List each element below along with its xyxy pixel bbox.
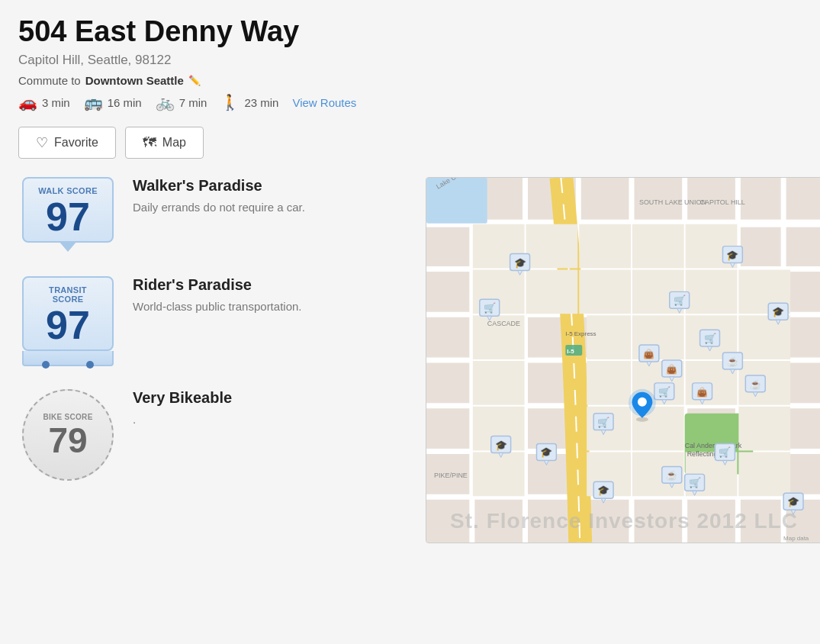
transit-score-value: 97 (37, 305, 98, 345)
svg-rect-18 (526, 224, 578, 269)
svg-text:🎓: 🎓 (726, 250, 739, 262)
svg-text:I-5 Express: I-5 Express (565, 330, 596, 337)
commute-destination: Downtown Seattle (85, 74, 184, 87)
svg-text:🎓: 🎓 (597, 485, 610, 497)
svg-rect-24 (579, 269, 631, 314)
svg-text:👜: 👜 (666, 363, 677, 375)
svg-text:I-5: I-5 (567, 348, 574, 355)
transit-score-desc: World-class public transportation. (133, 298, 407, 316)
commute-line: Commute to Downtown Seattle ✏️ (18, 74, 802, 87)
svg-text:🛒: 🛒 (658, 386, 671, 398)
svg-rect-19 (579, 224, 631, 269)
main-content: Walk Score 97 Walker's Paradise Daily er… (18, 177, 802, 543)
walk-score-text: Walker's Paradise Daily errands do not r… (133, 177, 407, 217)
map-section: Lake Union Park SOUTH LAKE UNION CAPITOL… (426, 177, 820, 543)
map-button[interactable]: 🗺 Map (125, 127, 204, 159)
transit-score-text: Rider's Paradise World-class public tran… (133, 276, 407, 316)
walk-icon: 🚶 (220, 93, 240, 111)
svg-text:🛒: 🛒 (719, 446, 732, 459)
svg-text:PIKE/PINE: PIKE/PINE (434, 472, 468, 479)
transport-line: 🚗 3 min 🚌 16 min 🚲 7 min 🚶 23 min View R… (18, 93, 802, 111)
svg-text:☕: ☕ (666, 469, 677, 481)
walk-score-value: 97 (37, 197, 98, 237)
drive-time: 3 min (42, 96, 70, 109)
svg-text:🛒: 🛒 (674, 295, 687, 307)
transport-walk: 🚶 23 min (220, 93, 278, 111)
svg-text:🛒: 🛒 (689, 477, 702, 489)
map-svg: Lake Union Park SOUTH LAKE UNION CAPITOL… (426, 178, 820, 543)
svg-text:🎓: 🎓 (514, 257, 527, 269)
svg-text:Map data: Map data (783, 535, 809, 542)
bus-wheel-right (86, 361, 94, 369)
svg-text:🎓: 🎓 (772, 306, 785, 318)
svg-text:👜: 👜 (696, 386, 708, 398)
svg-rect-41 (738, 407, 790, 451)
walk-time: 23 min (244, 96, 278, 109)
transit-score-badge: Transit Score 97 (18, 276, 117, 366)
svg-text:👜: 👜 (643, 348, 654, 359)
svg-text:CAPITOL HILL: CAPITOL HILL (700, 198, 745, 206)
bus-wheel-left (42, 361, 50, 369)
svg-text:🛒: 🛒 (484, 302, 497, 314)
svg-text:🛒: 🛒 (704, 333, 717, 345)
transport-drive: 🚗 3 min (18, 93, 70, 111)
action-buttons: ♡ Favorite 🗺 Map (18, 127, 802, 159)
commute-label: Commute to (18, 74, 81, 87)
map-label: Map (162, 136, 186, 150)
svg-text:☕: ☕ (727, 356, 738, 367)
svg-rect-42 (473, 452, 525, 496)
svg-rect-46 (738, 452, 790, 496)
svg-text:🛒: 🛒 (597, 417, 610, 429)
transit-time: 16 min (108, 96, 142, 109)
heart-icon: ♡ (36, 134, 48, 151)
bike-score-desc: . (133, 411, 407, 429)
svg-rect-20 (632, 224, 684, 269)
map-icon: 🗺 (143, 135, 156, 151)
svg-text:🎓: 🎓 (495, 440, 508, 452)
bike-score-title: Very Bikeable (133, 389, 407, 407)
svg-text:🎓: 🎓 (540, 446, 553, 459)
svg-text:SOUTH LAKE UNION: SOUTH LAKE UNION (639, 198, 706, 206)
walk-score-row: Walk Score 97 Walker's Paradise Daily er… (18, 177, 407, 253)
svg-rect-33 (473, 361, 525, 405)
bus-icon: 🚌 (84, 93, 103, 111)
transit-score-row: Transit Score 97 Rider's Paradise World-… (18, 276, 407, 366)
address-title: 504 East Denny Way (18, 15, 802, 48)
svg-rect-23 (526, 269, 578, 314)
walk-score-desc: Daily errands do not require a car. (133, 199, 407, 217)
svg-text:CASCADE: CASCADE (487, 320, 520, 327)
bike-icon: 🚲 (156, 93, 175, 111)
bike-score-badge: Bike Score 79 (18, 389, 117, 481)
favorite-button[interactable]: ♡ Favorite (18, 127, 116, 159)
walk-score-badge: Walk Score 97 (18, 177, 117, 253)
bike-score-value: 79 (48, 423, 87, 458)
svg-text:☕: ☕ (750, 378, 761, 390)
transport-transit: 🚌 16 min (84, 93, 142, 111)
edit-icon[interactable]: ✏️ (188, 75, 201, 86)
svg-text:🎓: 🎓 (787, 496, 800, 508)
location-subtitle: Capitol Hill, Seattle, 98122 (18, 53, 802, 68)
svg-rect-32 (738, 315, 790, 359)
map-container[interactable]: Lake Union Park SOUTH LAKE UNION CAPITOL… (426, 177, 820, 543)
bike-badge-label: Bike Score (43, 413, 92, 421)
transport-bike: 🚲 7 min (156, 93, 207, 111)
walk-score-title: Walker's Paradise (133, 177, 407, 195)
svg-rect-34 (587, 361, 631, 405)
favorite-label: Favorite (54, 136, 98, 150)
drive-icon: 🚗 (18, 93, 37, 111)
transit-badge-label: Transit Score (37, 285, 98, 304)
svg-point-119 (638, 398, 647, 407)
transit-badge-bottom (22, 351, 114, 366)
bike-score-row: Bike Score 79 Very Bikeable . (18, 389, 407, 481)
svg-rect-26 (686, 269, 738, 314)
scores-section: Walk Score 97 Walker's Paradise Daily er… (18, 177, 407, 504)
bike-time: 7 min (179, 96, 207, 109)
view-routes-link[interactable]: View Routes (292, 96, 356, 109)
bike-score-text: Very Bikeable . (133, 389, 407, 429)
transit-score-title: Rider's Paradise (133, 276, 407, 294)
